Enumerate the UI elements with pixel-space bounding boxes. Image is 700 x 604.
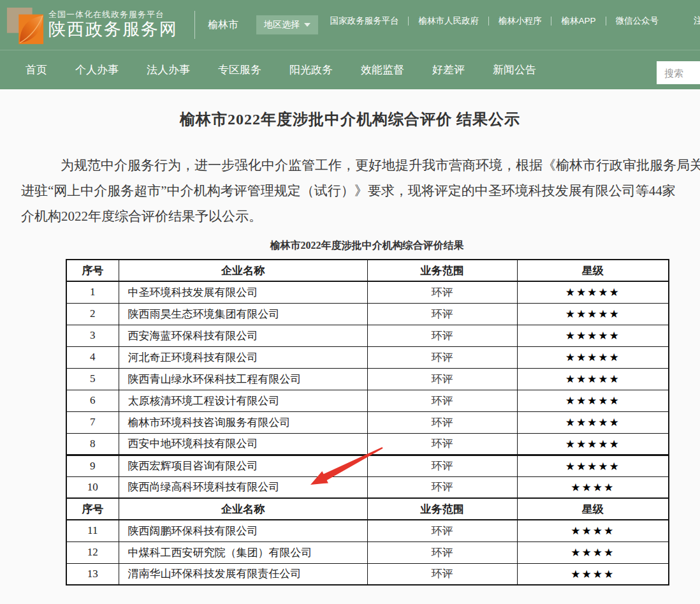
- nav-item-6[interactable]: 好差评: [432, 63, 465, 77]
- business-scope-cell: 环评: [367, 303, 517, 325]
- paragraph-line-1: 为规范中介服务行为，进一步强化中介监管工作，更好地提升我市营商环境，根据《榆林市…: [21, 152, 700, 178]
- business-scope-cell: 环评: [367, 281, 517, 303]
- star-rating-cell: ★★★★: [517, 520, 669, 541]
- table-row: 13渭南华山环保科技发展有限责任公司环评★★★★: [66, 563, 669, 585]
- top-link-1[interactable]: 榆林市人民政府: [409, 15, 488, 27]
- current-city-label: 榆林市: [208, 18, 238, 32]
- nav-item-1[interactable]: 个人办事: [75, 63, 119, 77]
- table-row: 2陕西雨昊生态环境集团有限公司环评★★★★★: [66, 303, 669, 325]
- star-rating-cell: ★★★★★: [517, 368, 669, 390]
- nav-item-7[interactable]: 新闻公告: [493, 63, 536, 77]
- site-brand: 全国一体化在线政务服务平台 陕西政务服务网: [48, 10, 178, 40]
- row-number-cell: 5: [66, 368, 119, 390]
- business-scope-cell: 环评: [367, 390, 517, 411]
- nav-item-5[interactable]: 效能监督: [361, 63, 404, 77]
- business-scope-cell: 环评: [367, 563, 517, 585]
- row-number-cell: 10: [66, 476, 119, 498]
- top-utility-links: 国家政务服务平台榆林市人民政府榆林小程序榆林APP微信公众号: [320, 15, 668, 27]
- column-header-0: 序号: [66, 498, 119, 520]
- star-rating-cell: ★★★★★: [517, 390, 669, 411]
- star-rating-cell: ★★★★★: [517, 325, 669, 346]
- star-rating-cell: ★★★★★: [517, 281, 669, 303]
- chevron-down-icon: [304, 23, 310, 27]
- company-name-cell: 榆林市环境科技咨询服务有限公司: [119, 411, 367, 433]
- row-number-cell: 13: [66, 563, 119, 585]
- company-name-cell: 陕西阔鹏环保科技有限公司: [119, 520, 367, 541]
- company-name-cell: 渭南华山环保科技发展有限责任公司: [119, 563, 367, 585]
- table-row: 4河北奇正环境科技有限公司环评★★★★★: [66, 346, 669, 368]
- column-header-3: 星级: [517, 260, 669, 281]
- nav-item-4[interactable]: 阳光政务: [289, 63, 333, 77]
- paragraph-line-3: 介机构2022年度综合评价结果予以公示。: [21, 203, 700, 229]
- business-scope-cell: 环评: [367, 541, 517, 563]
- region-select-label: 地区选择: [264, 19, 300, 31]
- business-scope-cell: 环评: [367, 520, 517, 541]
- evaluation-results-table: 序号企业名称业务范围星级1中圣环境科技发展有限公司环评★★★★★2陕西雨昊生态环…: [66, 259, 669, 586]
- table-row: 12中煤科工西安研究院（集团）有限公司环评★★★★: [66, 541, 669, 563]
- star-rating-cell: ★★★★★: [517, 303, 669, 325]
- platform-tagline: 全国一体化在线政务服务平台: [48, 10, 178, 20]
- company-name-cell: 中圣环境科技发展有限公司: [119, 281, 367, 303]
- company-name-cell: 陕西尚绿高科环境科技有限公司: [119, 476, 367, 498]
- top-link-4[interactable]: 微信公众号: [606, 15, 669, 27]
- region-select-button[interactable]: 地区选择: [256, 15, 318, 34]
- row-number-cell: 6: [66, 390, 119, 411]
- column-header-1: 企业名称: [119, 498, 367, 520]
- table-row: 5陕西青山绿水环保科技工程有限公司环评★★★★★: [66, 368, 669, 390]
- top-link-2[interactable]: 榆林小程序: [489, 15, 551, 27]
- table-row: 3西安海蓝环保科技有限公司环评★★★★★: [66, 325, 669, 346]
- row-number-cell: 3: [66, 325, 119, 346]
- announcement-content: 榆林市2022年度涉批中介机构综合评价 结果公示 为规范中介服务行为，进一步强化…: [0, 109, 700, 586]
- business-scope-cell: 环评: [367, 433, 517, 455]
- company-name-cell: 河北奇正环境科技有限公司: [119, 346, 367, 368]
- top-link-3[interactable]: 榆林APP: [551, 15, 605, 27]
- business-scope-cell: 环评: [367, 346, 517, 368]
- company-name-cell: 太原核清环境工程设计有限公司: [119, 390, 367, 411]
- nav-item-3[interactable]: 专区服务: [218, 63, 261, 77]
- table-row: 7榆林市环境科技咨询服务有限公司环评★★★★★: [66, 411, 669, 433]
- table-header-row: 序号企业名称业务范围星级: [66, 260, 669, 281]
- site-logo-icon[interactable]: [5, 6, 45, 47]
- business-scope-cell: 环评: [367, 476, 517, 498]
- company-name-cell: 中煤科工西安研究院（集团）有限公司: [119, 541, 367, 563]
- star-rating-cell: ★★★★★: [517, 433, 669, 455]
- star-rating-cell: ★★★★: [517, 476, 669, 498]
- row-number-cell: 1: [66, 281, 119, 303]
- table-header-row: 序号企业名称业务范围星级: [66, 498, 669, 520]
- brand-divider: [194, 11, 195, 39]
- column-header-0: 序号: [66, 260, 119, 281]
- table-row: 10陕西尚绿高科环境科技有限公司环评★★★★: [66, 476, 669, 498]
- company-name-cell: 陕西雨昊生态环境集团有限公司: [119, 303, 367, 325]
- table-row: 11陕西阔鹏环保科技有限公司环评★★★★: [66, 520, 669, 541]
- paragraph-line-2: 进驻“网上中介服务超市”中介机构考评管理规定（试行）》要求，现将评定的中圣环境科…: [21, 178, 700, 203]
- column-header-3: 星级: [517, 498, 669, 520]
- row-number-cell: 4: [66, 346, 119, 368]
- company-name-cell: 陕西宏辉项目咨询有限公司: [119, 455, 367, 476]
- star-rating-cell: ★★★★★: [517, 455, 669, 476]
- star-rating-cell: ★★★★: [517, 563, 669, 585]
- top-link-0[interactable]: 国家政务服务平台: [320, 15, 408, 27]
- star-rating-cell: ★★★★★: [517, 411, 669, 433]
- search-input[interactable]: [657, 61, 700, 84]
- table-row: 8西安中地环境科技有限公司环评★★★★★: [66, 433, 669, 455]
- table-row: 6太原核清环境工程设计有限公司环评★★★★★: [66, 390, 669, 411]
- column-header-1: 企业名称: [119, 260, 367, 281]
- star-rating-cell: ★★★★★: [517, 346, 669, 368]
- company-name-cell: 西安海蓝环保科技有限公司: [119, 325, 367, 346]
- row-number-cell: 12: [66, 541, 119, 563]
- row-number-cell: 2: [66, 303, 119, 325]
- column-header-2: 业务范围: [367, 498, 517, 520]
- row-number-cell: 11: [66, 520, 119, 541]
- row-number-cell: 9: [66, 455, 119, 476]
- table-row: 9陕西宏辉项目咨询有限公司环评★★★★★: [66, 455, 669, 476]
- register-link[interactable]: 注册: [694, 15, 700, 27]
- business-scope-cell: 环评: [367, 455, 517, 476]
- nav-item-2[interactable]: 法人办事: [147, 63, 190, 77]
- star-rating-cell: ★★★★: [517, 541, 669, 563]
- top-header-bar: 全国一体化在线政务服务平台 陕西政务服务网 榆林市 地区选择 国家政务服务平台榆…: [0, 0, 700, 50]
- site-name: 陕西政务服务网: [48, 20, 178, 40]
- nav-item-0[interactable]: 首页: [26, 63, 47, 77]
- business-scope-cell: 环评: [367, 411, 517, 433]
- table-row: 1中圣环境科技发展有限公司环评★★★★★: [66, 281, 669, 303]
- row-number-cell: 7: [66, 411, 119, 433]
